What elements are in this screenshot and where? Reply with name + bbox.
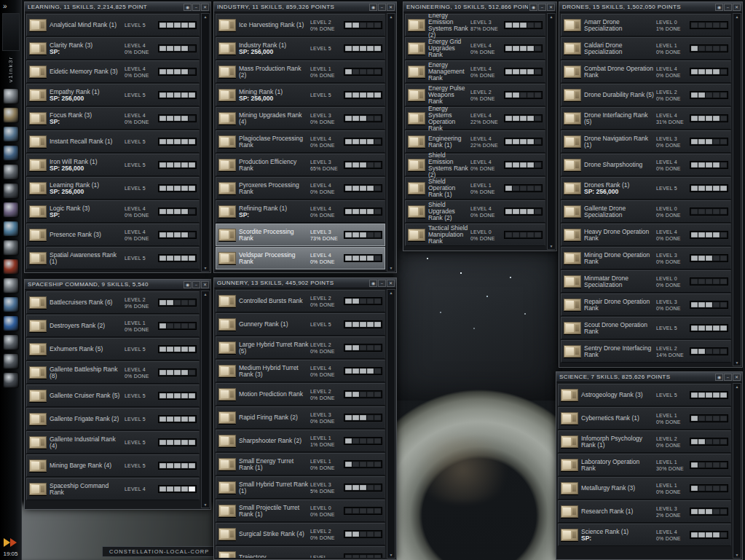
titlebar-engineering[interactable]: ENGINEERING, 10 SKILLS, 512,866 POIN◉−✕ bbox=[403, 2, 556, 12]
scrollbar[interactable]: ▲▼ bbox=[733, 13, 741, 366]
scroll-down-icon[interactable]: ▼ bbox=[202, 502, 209, 507]
skill-row[interactable]: Empathy Rank (1)SP: 256,000LEVEL 5 bbox=[26, 84, 200, 106]
skill-row[interactable]: Large Hybrid Turret Rank (5)LEVEL 20% DO… bbox=[216, 336, 385, 359]
skill-row[interactable]: Refining Rank (1)SP:LEVEL 40% DONE bbox=[216, 200, 385, 223]
minimize-button[interactable]: − bbox=[538, 4, 546, 11]
skill-row[interactable]: Energy Grid Upgrades RankLEVEL 40% DONE bbox=[405, 37, 545, 60]
skill-row[interactable]: Learning Rank (1)SP: 256,000LEVEL 5 bbox=[26, 177, 200, 200]
close-button[interactable]: ✕ bbox=[201, 281, 209, 288]
skill-row[interactable]: Spaceship Command RankLEVEL 4 bbox=[26, 478, 200, 500]
skill-row[interactable]: Motion Prediction RankLEVEL 20% DONE bbox=[216, 383, 385, 406]
warning-arrows-icon[interactable] bbox=[3, 537, 19, 548]
skill-row[interactable]: Small Energy Turret Rank (1)LEVEL 10% DO… bbox=[216, 453, 385, 476]
skill-row[interactable]: Medium Hybrid Turret Rank (3)LEVEL 40% D… bbox=[216, 360, 385, 382]
skill-row[interactable]: Ice Harvesting Rank (1)LEVEL 20% DONE bbox=[216, 14, 385, 36]
skill-row[interactable]: Logic Rank (3)SP:LEVEL 40% DONE bbox=[26, 200, 200, 223]
skill-row[interactable]: Surgical Strike Rank (4)LEVEL 20% DONE bbox=[216, 523, 385, 545]
settings-icon[interactable] bbox=[3, 334, 19, 350]
close-button[interactable]: ✕ bbox=[387, 280, 395, 287]
skill-row[interactable]: Combat Drone Operation RankLEVEL 40% DON… bbox=[561, 60, 731, 83]
titlebar-drones[interactable]: DRONES, 15 SKILLS, 1,502,050 POINTS◉−✕ bbox=[559, 2, 742, 12]
scroll-down-icon[interactable]: ▼ bbox=[202, 266, 209, 270]
wallet-icon[interactable] bbox=[3, 107, 19, 123]
alert-icon[interactable] bbox=[3, 259, 19, 275]
skill-row[interactable]: Science Rank (1)SP:LEVEL 40% DONE bbox=[558, 524, 731, 546]
close-button[interactable]: ✕ bbox=[733, 374, 741, 381]
help-icon[interactable] bbox=[3, 315, 19, 331]
scrollbar[interactable]: ▲▼ bbox=[733, 383, 741, 559]
skill-row[interactable]: Research Rank (1)LEVEL 32% DONE bbox=[558, 500, 731, 523]
skill-row[interactable]: Gallente Cruiser Rank (5)LEVEL 5 bbox=[26, 384, 200, 407]
skill-row[interactable]: Veldspar Processing RankLEVEL 40% DONE bbox=[216, 247, 385, 269]
skill-row[interactable]: Shield Upgrades Rank (2)LEVEL 40% DONE bbox=[405, 200, 545, 223]
skill-row[interactable]: Energy Management RankLEVEL 40% DONE bbox=[405, 60, 545, 83]
skill-row[interactable]: Destroyers Rank (2)LEVEL 10% DONE bbox=[26, 315, 200, 337]
map-icon[interactable] bbox=[3, 221, 19, 237]
market-icon[interactable] bbox=[3, 164, 19, 180]
scroll-down-icon[interactable]: ▼ bbox=[733, 553, 741, 557]
close-button[interactable]: ✕ bbox=[387, 4, 395, 11]
pin-button[interactable]: ◉ bbox=[184, 4, 192, 11]
skill-row[interactable]: Rapid Firing Rank (2)LEVEL 30% DONE bbox=[216, 406, 385, 429]
skill-row[interactable]: Industry Rank (1)SP: 256,000LEVEL 5 bbox=[216, 37, 385, 60]
chat-icon[interactable] bbox=[3, 296, 19, 312]
skill-row[interactable]: Spatial Awareness Rank (1)LEVEL 5 bbox=[26, 247, 200, 269]
skill-row[interactable]: Engineering Rank (1)LEVEL 422% DONE bbox=[405, 130, 545, 153]
science-icon[interactable] bbox=[3, 202, 19, 218]
skill-row[interactable]: Energy Systems Operation RankLEVEL 422% … bbox=[405, 107, 545, 130]
skill-row[interactable]: Mining Rank (1)SP: 256,000LEVEL 5 bbox=[216, 84, 385, 106]
skill-row[interactable]: Gallente Battleship Rank (8)LEVEL 40% DO… bbox=[26, 361, 200, 384]
scroll-up-icon[interactable]: ▲ bbox=[733, 15, 741, 19]
character-icon[interactable] bbox=[3, 88, 19, 104]
skill-row[interactable]: Scout Drone Operation RankLEVEL 5 bbox=[561, 317, 731, 339]
corporation-icon[interactable] bbox=[3, 240, 19, 256]
skill-row[interactable]: Presence Rank (3)LEVEL 40% DONE bbox=[26, 224, 200, 246]
skill-row[interactable]: Sentry Drone Interfacing RankLEVEL 214% … bbox=[561, 340, 731, 363]
skill-row[interactable]: Small Projectile Turret Rank (1)LEVEL 00… bbox=[216, 500, 385, 522]
titlebar-gunnery[interactable]: GUNNERY, 13 SKILLS, 445,902 POINTS◉−✕ bbox=[214, 278, 396, 288]
scrollbar[interactable]: ▲▼ bbox=[387, 13, 395, 272]
ships-icon[interactable] bbox=[3, 145, 19, 161]
people-and-places-icon[interactable] bbox=[3, 277, 19, 293]
scrollbar[interactable]: ▲▼ bbox=[201, 291, 210, 508]
skill-row[interactable]: Infomorph Psychology Rank (1)LEVEL 20% D… bbox=[558, 430, 731, 453]
skill-row[interactable]: Focus Rank (3)SP:LEVEL 40% DONE bbox=[26, 107, 200, 130]
skill-row[interactable]: Eidetic Memory Rank (3)LEVEL 40% DONE bbox=[26, 60, 200, 83]
skill-row[interactable]: Minmatar Drone SpecializationLEVEL 00% D… bbox=[561, 270, 731, 293]
scroll-up-icon[interactable]: ▲ bbox=[733, 384, 741, 389]
close-button[interactable]: ✕ bbox=[547, 4, 555, 11]
minimize-button[interactable]: − bbox=[724, 374, 732, 381]
scroll-down-icon[interactable]: ▼ bbox=[387, 553, 395, 557]
skill-row[interactable]: Metallurgy Rank (3)LEVEL 10% DONE bbox=[558, 477, 731, 500]
titlebar-industry[interactable]: INDUSTRY, 11 SKILLS, 859,326 POINTS◉−✕ bbox=[214, 2, 396, 12]
skill-row[interactable]: Astrogeology Rank (3)LEVEL 5 bbox=[558, 384, 731, 406]
skill-row[interactable]: Small Hybrid Turret Rank (1)LEVEL 35% DO… bbox=[216, 476, 385, 499]
pin-button[interactable]: ◉ bbox=[715, 4, 723, 11]
skill-row[interactable]: Mass Production Rank (2)LEVEL 10% DONE bbox=[216, 60, 385, 83]
skill-row[interactable]: Drone Durability Rank (5)LEVEL 20% DONE bbox=[561, 84, 731, 106]
skill-row[interactable]: Plagioclase Processing RankLEVEL 40% DON… bbox=[216, 130, 385, 153]
skill-row[interactable]: Controlled Bursts RankLEVEL 20% DONE bbox=[216, 290, 385, 312]
skill-row[interactable]: Iron Will Rank (1)SP: 256,000LEVEL 5 bbox=[26, 154, 200, 176]
scroll-up-icon[interactable]: ▲ bbox=[548, 15, 555, 19]
skill-row[interactable]: Drones Rank (1)SP: 256,000LEVEL 5 bbox=[561, 177, 731, 200]
skill-row[interactable]: Sharpshooter Rank (2)LEVEL 11% DONE bbox=[216, 430, 385, 452]
pin-button[interactable]: ◉ bbox=[529, 4, 537, 11]
skill-row[interactable]: Amarr Drone SpecializationLEVEL 01% DONE bbox=[561, 14, 731, 36]
skill-row[interactable]: Gallente Drone SpecializationLEVEL 00% D… bbox=[561, 200, 731, 223]
pin-button[interactable]: ◉ bbox=[184, 281, 192, 288]
scroll-up-icon[interactable]: ▲ bbox=[202, 15, 209, 19]
skill-row[interactable]: Exhumers Rank (5)LEVEL 5 bbox=[26, 338, 200, 360]
scrollbar[interactable]: ▲▼ bbox=[387, 289, 395, 559]
skill-row[interactable]: Drone Interfacing Rank (5)LEVEL 431% DON… bbox=[561, 107, 731, 130]
close-button[interactable]: ✕ bbox=[733, 4, 741, 11]
skill-row[interactable]: Laboratory Operation RankLEVEL 130% DONE bbox=[558, 454, 731, 476]
skill-row[interactable]: Mining Barge Rank (4)LEVEL 5 bbox=[26, 454, 200, 477]
titlebar-learning[interactable]: LEARNING, 11 SKILLS, 2,214,825 POINT◉−✕ bbox=[25, 2, 210, 12]
minimize-button[interactable]: − bbox=[378, 280, 386, 287]
cargo-icon[interactable] bbox=[3, 353, 19, 369]
minimize-button[interactable]: − bbox=[724, 4, 732, 11]
skill-row[interactable]: Scordite Processing RankLEVEL 373% DONE bbox=[216, 224, 385, 246]
pin-button[interactable]: ◉ bbox=[369, 4, 377, 11]
minimize-button[interactable]: − bbox=[192, 281, 200, 288]
